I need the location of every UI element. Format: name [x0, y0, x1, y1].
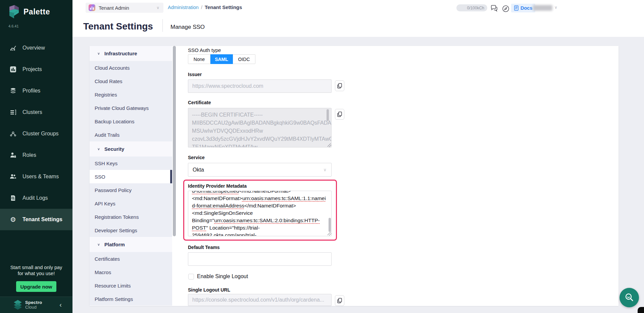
upgrade-now-button[interactable]: Upgrade now — [16, 281, 56, 292]
default-teams-input[interactable] — [188, 252, 332, 266]
chevron-down-icon: ∨ — [156, 5, 159, 10]
single-logout-url-input[interactable] — [188, 294, 332, 306]
content-area: ∨InfrastructureCloud AccountsCloud Rates… — [72, 37, 644, 313]
copy-icon — [337, 112, 342, 117]
user-name-redacted[interactable] — [533, 5, 552, 11]
help-search-button[interactable] — [620, 288, 639, 307]
settings-nav-item-resource-limits[interactable]: Resource Limits — [90, 279, 172, 292]
docs-button[interactable]: Docs — [511, 4, 535, 12]
overview-icon — [10, 45, 16, 51]
enable-single-logout-checkbox[interactable] — [188, 274, 194, 279]
docs-label: Docs — [521, 5, 532, 11]
document-icon — [514, 5, 518, 11]
settings-nav-item-cloud-accounts[interactable]: Cloud Accounts — [90, 61, 172, 74]
sso-auth-type-label: SSO Auth type — [188, 47, 221, 53]
sso-auth-type-segmented: None SAML OIDC — [188, 54, 255, 64]
settings-nav-item-platform-settings[interactable]: Platform Settings — [90, 292, 172, 306]
idp-metadata-resize-handle[interactable] — [328, 232, 331, 236]
settings-nav-item-certificates[interactable]: Certificates — [90, 252, 172, 265]
sso-type-saml-button[interactable]: SAML — [210, 54, 233, 64]
settings-nav-item-macros[interactable]: Macros — [90, 265, 172, 279]
enable-single-logout-row: Enable Single Logout — [188, 273, 248, 279]
tenant-scope-select[interactable]: Tenant Admin ∨ — [86, 3, 163, 13]
settings-nav-item-password-policy[interactable]: Password Policy — [90, 183, 172, 197]
idp-metadata-line: <md:NameIDFormat>urn:oasis:names:tc:SAML… — [192, 195, 327, 202]
settings-nav-section-security[interactable]: ∨Security — [90, 141, 172, 156]
settings-nav-item-developer-settings[interactable]: Developer Settings — [90, 224, 172, 237]
breadcrumb-separator: / — [201, 5, 202, 10]
idp-metadata-textarea[interactable]: d-format:unspecified</md:NameIDFormat><m… — [188, 191, 332, 236]
settings-nav-item-cloud-rates[interactable]: Cloud Rates — [90, 74, 172, 88]
collapse-sidebar-button[interactable]: ‹ — [59, 301, 62, 309]
page-title: Tenant Settings — [83, 21, 153, 32]
sidebar-item-label: Overview — [22, 45, 45, 51]
breadcrumb-current: Tenant Settings — [205, 4, 242, 10]
certificate-resize-handle[interactable] — [328, 143, 331, 147]
compass-icon — [502, 5, 510, 13]
sidebar-item-label: Profiles — [22, 88, 40, 94]
copy-single-logout-url-button[interactable] — [335, 295, 344, 306]
settings-nav-section-infrastructure[interactable]: ∨Infrastructure — [90, 46, 172, 61]
default-teams-label: Default Teams — [188, 245, 220, 250]
settings-nav: ∨InfrastructureCloud AccountsCloud Rates… — [90, 46, 172, 306]
sidebar-item-audit-logs[interactable]: Audit Logs — [0, 187, 72, 209]
settings-nav-item-sso[interactable]: SSO — [90, 170, 172, 183]
certificate-scrollbar[interactable] — [327, 109, 329, 121]
breadcrumb: Administration / Tenant Settings — [168, 4, 242, 10]
upgrade-promo-text: Start small and only pay for what you us… — [0, 264, 72, 276]
service-label: Service — [188, 155, 205, 160]
usage-quota-badge: 0/100kCh — [456, 4, 487, 11]
sidebar-item-label: Users & Teams — [22, 174, 59, 180]
sidebar-item-clusters[interactable]: Clusters — [0, 102, 72, 123]
copy-icon — [337, 83, 342, 88]
profiles-icon — [10, 87, 16, 94]
screen-corner-artifact — [638, 307, 644, 313]
sidebar-item-users-teams[interactable]: Users & Teams — [0, 166, 72, 187]
certificate-label: Certificate — [188, 100, 211, 105]
service-select[interactable]: Okta ∨ — [188, 163, 332, 177]
sso-type-none-button[interactable]: None — [188, 54, 210, 64]
idp-metadata-scrollbar[interactable] — [329, 218, 331, 232]
service-select-value: Okta — [193, 167, 204, 173]
gear-icon: ⚙ — [10, 216, 16, 223]
sidebar-item-tenant-settings[interactable]: ⚙ Tenant Settings — [0, 209, 72, 230]
tenant-admin-icon — [89, 4, 95, 11]
users-teams-icon — [10, 173, 16, 180]
sidebar-item-overview[interactable]: Overview — [0, 37, 72, 59]
breadcrumb-administration[interactable]: Administration — [168, 5, 199, 10]
tab-manage-sso[interactable]: Manage SSO — [170, 24, 205, 30]
copy-icon — [337, 298, 342, 303]
settings-nav-item-backup-locations[interactable]: Backup Locations — [90, 115, 172, 128]
issuer-input[interactable] — [188, 79, 332, 93]
idp-metadata-line: d-format:unspecified</md:NameIDFormat> — [192, 191, 327, 195]
feedback-chat-button[interactable] — [490, 5, 498, 14]
settings-nav-item-ssh-keys[interactable]: SSH Keys — [90, 156, 172, 170]
sidebar-item-cluster-groups[interactable]: Cluster Groups — [0, 123, 72, 144]
settings-nav-section-platform[interactable]: ∨Platform — [90, 237, 172, 252]
chevron-down-icon: ∨ — [97, 52, 100, 56]
sidebar-item-projects[interactable]: Projects — [0, 59, 72, 80]
enable-single-logout-label: Enable Single Logout — [197, 273, 248, 279]
active-item-indicator — [170, 170, 172, 183]
sidebar-item-roles[interactable]: Roles — [0, 144, 72, 166]
certificate-textarea[interactable]: -----BEGIN CERTIFICATE----- MIIB5DCCAU2g… — [188, 108, 332, 147]
sidebar-item-profiles[interactable]: Profiles — [0, 80, 72, 102]
settings-nav-item-private-cloud-gateways[interactable]: Private Cloud Gateways — [90, 101, 172, 115]
settings-nav-item-api-keys[interactable]: API Keys — [90, 197, 172, 210]
copy-issuer-button[interactable] — [335, 80, 344, 91]
sso-type-oidc-button[interactable]: OIDC — [233, 54, 255, 64]
copy-certificate-button[interactable] — [335, 109, 344, 120]
chevron-down-icon: ∨ — [323, 167, 327, 172]
settings-nav-item-registration-tokens[interactable]: Registration Tokens — [90, 210, 172, 224]
app-logo: Palette — [7, 5, 50, 19]
settings-nav-item-registries[interactable]: Registries — [90, 88, 172, 101]
explore-compass-button[interactable] — [502, 5, 510, 14]
settings-nav-item-audit-trails[interactable]: Audit Trails — [90, 128, 172, 141]
settings-nav-scrollbar[interactable] — [173, 46, 176, 236]
app-sidebar: Palette 4.6.41 Overview Projects Profile… — [0, 0, 72, 313]
sidebar-item-label: Tenant Settings — [22, 216, 62, 223]
spectro-cloud-brand: Spectro Cloud — [13, 300, 42, 310]
sidebar-footer: Spectro Cloud ‹ — [0, 297, 72, 313]
title-divider — [162, 19, 163, 32]
user-menu-chevron-icon[interactable]: ∨ — [554, 5, 557, 10]
